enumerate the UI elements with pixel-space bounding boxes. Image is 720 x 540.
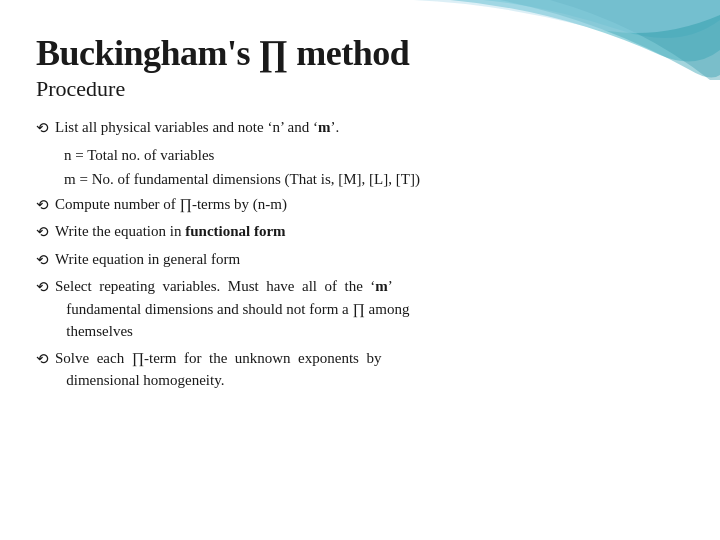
bullet-text: Write equation in general form [55,248,684,271]
bullet-icon: ⟲ [36,221,49,244]
bullet-icon: ⟲ [36,194,49,217]
list-item: ⟲ Write equation in general form [36,248,684,272]
bullet-icon: ⟲ [36,249,49,272]
bullet-text: Write the equation in functional form [55,220,684,243]
bullet-icon: ⟲ [36,348,49,371]
list-item: ⟲ Write the equation in functional form [36,220,684,244]
bullet-list-container: ⟲ List all physical variables and note ‘… [36,116,684,392]
page-title: Buckingham's ∏ method Procedure [36,32,684,102]
bullet-text: Select repeating variables. Must have al… [55,275,684,343]
bullet-icon: ⟲ [36,276,49,299]
list-item: ⟲ List all physical variables and note ‘… [36,116,684,140]
main-title: Buckingham's ∏ method [36,32,684,74]
subtitle: Procedure [36,76,684,102]
sub-item-m: m = No. of fundamental dimensions (That … [64,168,684,191]
sub-item-n: n = Total no. of variables [64,144,684,167]
bullet-text: Compute number of ∏-terms by (n-m) [55,193,684,216]
list-item: ⟲ Compute number of ∏-terms by (n-m) [36,193,684,217]
bullet-text: Solve each ∏-term for the unknown expone… [55,347,684,392]
bullet-text: List all physical variables and note ‘n’… [55,116,684,139]
list-item: ⟲ Solve each ∏-term for the unknown expo… [36,347,684,392]
bullet-icon: ⟲ [36,117,49,140]
list-item: ⟲ Select repeating variables. Must have … [36,275,684,343]
